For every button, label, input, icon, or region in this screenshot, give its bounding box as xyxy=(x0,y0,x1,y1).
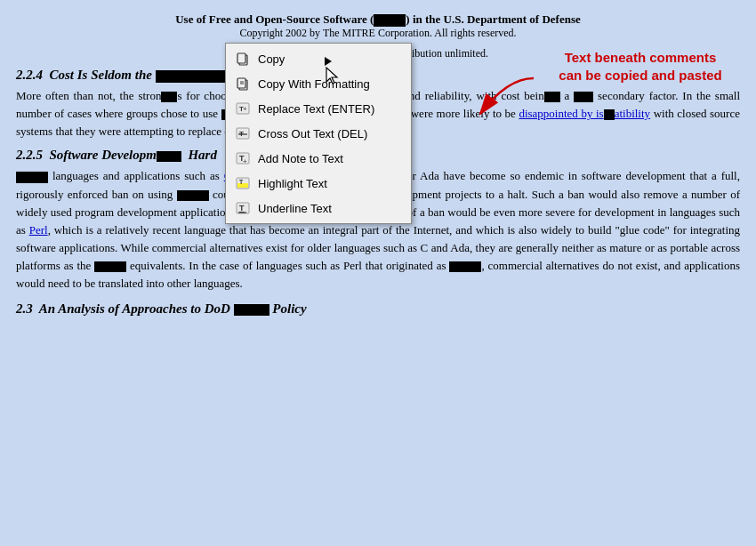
menu-item-copy[interactable]: Copy xyxy=(226,46,411,71)
crossout-icon: T xyxy=(235,125,251,141)
link-compatibility[interactable]: atibility xyxy=(615,107,650,120)
link-perl[interactable]: Perl xyxy=(29,223,48,237)
note-icon: T + xyxy=(235,150,251,166)
r11 xyxy=(157,151,181,162)
section-2-3-heading: 2.3 An Analysis of Approaches to DoD Pol… xyxy=(16,301,740,317)
redacted-1 xyxy=(374,14,406,27)
r14 xyxy=(94,261,126,272)
svg-text:T: T xyxy=(239,179,244,185)
r15 xyxy=(449,261,481,272)
menu-label-replace: Replace Text (ENTER) xyxy=(258,102,374,116)
replace-icon: T + xyxy=(235,100,251,116)
underline-icon: T xyxy=(235,200,251,216)
r13 xyxy=(177,190,209,201)
menu-item-underline[interactable]: T Underline Text xyxy=(226,196,411,221)
svg-text:+: + xyxy=(243,105,247,113)
menu-item-replace[interactable]: T + Replace Text (ENTER) xyxy=(226,96,411,121)
menu-label-copy: Copy xyxy=(258,52,285,66)
r4 xyxy=(161,92,177,102)
svg-rect-1 xyxy=(237,53,245,63)
menu-item-copy-formatting[interactable]: Copy With Formatting xyxy=(226,71,411,96)
doc-title: Use of Free and Open-Source Software () … xyxy=(16,9,740,27)
menu-item-highlight[interactable]: T Highlight Text xyxy=(226,171,411,196)
r6 xyxy=(544,92,560,102)
menu-label-copy-formatting: Copy With Formatting xyxy=(258,77,370,91)
callout-arrow xyxy=(462,74,543,127)
copy-icon xyxy=(235,51,251,67)
highlight-icon: T xyxy=(235,175,251,191)
r16 xyxy=(234,304,269,316)
menu-label-add-note: Add Note to Text xyxy=(258,152,343,165)
svg-text:+: + xyxy=(243,157,247,165)
doc-subtitle: Copyright 2002 by The MITRE Corporation.… xyxy=(16,27,740,40)
menu-item-add-note[interactable]: T + Add Note to Text xyxy=(226,146,411,171)
redacted-2 xyxy=(156,70,227,83)
r7 xyxy=(574,92,593,102)
menu-label-crossout: Cross Out Text (DEL) xyxy=(258,127,367,141)
svg-text:T: T xyxy=(239,204,245,213)
callout-container: Text beneath commentscan be copied and p… xyxy=(543,49,738,84)
menu-label-underline: Underline Text xyxy=(258,202,332,215)
copy-format-icon xyxy=(235,76,251,92)
callout-text: Text beneath commentscan be copied and p… xyxy=(543,49,738,84)
menu-label-highlight: Highlight Text xyxy=(258,177,327,190)
menu-item-crossout[interactable]: T Cross Out Text (DEL) xyxy=(226,121,411,146)
r9 xyxy=(604,109,615,120)
r12 xyxy=(16,172,48,183)
context-menu: Copy Copy With Formatting T + Replace Te… xyxy=(225,43,412,224)
